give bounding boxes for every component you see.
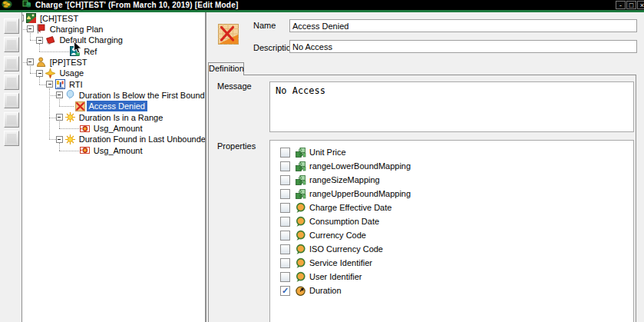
property-icon: [295, 257, 306, 269]
tree-expander-minus[interactable]: [56, 114, 63, 121]
property-icon: [295, 230, 306, 241]
tree-item--pp-test[interactable]: [PP]TEST: [48, 57, 90, 68]
tree-item-usg-amount[interactable]: Usg_Amount: [91, 145, 145, 156]
property-label: ISO Currency Code: [309, 244, 383, 254]
toolbar-button-1[interactable]: [4, 18, 19, 34]
tree-connector-line: [30, 73, 37, 74]
property-row: Unit Price: [270, 145, 633, 159]
tree-item-usage[interactable]: Usage: [57, 68, 86, 78]
property-row: Service Identifier: [270, 256, 633, 270]
property-label: rangeSizeMapping: [309, 175, 380, 184]
toolbar-button-3[interactable]: [4, 56, 19, 71]
property-label: Currency Code: [309, 231, 366, 240]
tree-connector-line: [59, 106, 74, 107]
name-label: Name: [253, 21, 276, 30]
mapping-icon: [295, 174, 306, 186]
price-plan-icon: [36, 57, 46, 67]
property-label: Service Identifier: [309, 258, 372, 267]
minimize-button[interactable]: -: [616, 1, 626, 9]
restore-button[interactable]: □: [626, 1, 636, 9]
property-checkbox[interactable]: [280, 286, 290, 296]
property-checkbox[interactable]: [280, 258, 290, 268]
tree-expander-minus[interactable]: [27, 25, 34, 32]
property-label: rangeUpperBoundMapping: [309, 189, 411, 198]
description-input[interactable]: [289, 40, 637, 53]
property-checkbox[interactable]: [280, 148, 290, 158]
tree-expander-minus[interactable]: [22, 15, 24, 22]
toolbar-button-2[interactable]: [4, 37, 19, 52]
default-charging-icon: [45, 35, 55, 45]
property-row: ISO Currency Code: [270, 242, 633, 256]
tree-connector-line: [39, 77, 40, 84]
tree-item-duration-found-in-last-unbounded[interactable]: Duration Found in Last Unbounded: [77, 134, 206, 144]
tree-expander-minus[interactable]: [36, 37, 43, 44]
mapping-icon: [295, 161, 306, 172]
tab-definition[interactable]: Definition: [208, 62, 244, 75]
property-row: User Identifier: [270, 270, 633, 284]
tree-expander-minus[interactable]: [27, 58, 34, 65]
property-checkbox[interactable]: [280, 217, 290, 227]
property-icon: [295, 271, 306, 283]
tree-item-ref[interactable]: Ref: [81, 46, 99, 57]
property-row: Charge Effective Date: [270, 201, 633, 214]
close-button[interactable]: ×: [637, 1, 644, 9]
charge-node-icon: [26, 13, 36, 23]
mouse-cursor: [73, 41, 82, 56]
property-checkbox[interactable]: [280, 175, 290, 185]
property-checkbox[interactable]: [280, 272, 290, 282]
tree-connector-line: [49, 139, 56, 140]
charging-plan-icon: [36, 24, 46, 34]
property-label: rangeLowerBoundMapping: [309, 161, 411, 171]
access-denied-icon: [75, 101, 85, 111]
tree-item-duration-is-in-a-range[interactable]: Duration Is in a Range: [77, 112, 165, 123]
tree-connector-line: [39, 51, 69, 52]
properties-label: Properties: [217, 141, 256, 151]
tree-expander-minus[interactable]: [46, 81, 53, 88]
tree-item-rti[interactable]: RTI: [67, 79, 85, 90]
message-textarea[interactable]: No Access: [269, 81, 634, 132]
property-checkbox[interactable]: [280, 244, 290, 254]
property-icon: [295, 244, 306, 255]
toolbar-button-6[interactable]: [4, 112, 19, 128]
usage-icon: [45, 68, 55, 78]
tree-item-usg-amount[interactable]: Usg_Amount: [91, 123, 145, 134]
property-label: User Identifier: [309, 272, 362, 281]
toolbar-button-5[interactable]: [4, 93, 19, 108]
tree-item--ch-test[interactable]: [CH]TEST: [38, 13, 81, 24]
name-input[interactable]: [289, 19, 637, 32]
property-checkbox[interactable]: [280, 189, 290, 199]
properties-listbox[interactable]: Unit PricerangeLowerBoundMappingrangeSiz…: [269, 140, 634, 322]
tree-connector-line: [30, 40, 37, 41]
tree-connector-line: [59, 121, 60, 128]
property-label: Duration: [309, 286, 342, 295]
tree-item-charging-plan[interactable]: Charging Plan: [48, 24, 106, 35]
property-label: Charge Effective Date: [309, 203, 391, 212]
duration-icon: [295, 285, 306, 297]
tree-expander-minus[interactable]: [36, 70, 43, 77]
toolbar-button-7[interactable]: [4, 131, 19, 146]
condition-yellow-icon: [65, 112, 75, 122]
property-row: Consumption Date: [270, 214, 633, 228]
tree-connector-line: [59, 143, 60, 150]
tree-item-access-denied[interactable]: Access Denied: [87, 101, 147, 111]
mapping-icon: [295, 188, 306, 200]
tree-expander-minus[interactable]: [56, 136, 63, 143]
tree-item-default-charging[interactable]: Default Charging: [57, 35, 125, 45]
navigation-tree[interactable]: [CH]TESTCharging PlanDefault ChargingRef…: [22, 12, 206, 322]
rti-icon: [55, 79, 65, 89]
usg-amount-icon: [80, 145, 90, 155]
left-toolbar: [0, 12, 22, 322]
message-label: Message: [217, 81, 252, 91]
property-checkbox[interactable]: [280, 231, 290, 241]
property-checkbox[interactable]: [280, 203, 290, 213]
toolbar-button-4[interactable]: [4, 75, 19, 90]
window-controls: - □ ×: [616, 1, 644, 9]
detail-panel: Name Description Definition Message No A…: [206, 12, 644, 322]
tree-connector-line: [59, 151, 79, 151]
tree-expander-minus[interactable]: [56, 91, 63, 98]
tree-item-duration-is-below-the-first-bound[interactable]: Duration Is Below the First Bound: [77, 90, 206, 101]
property-row: Duration: [270, 284, 633, 297]
property-checkbox[interactable]: [280, 161, 290, 171]
property-row: Currency Code: [270, 228, 633, 242]
condition-yellow-icon: [65, 134, 75, 144]
